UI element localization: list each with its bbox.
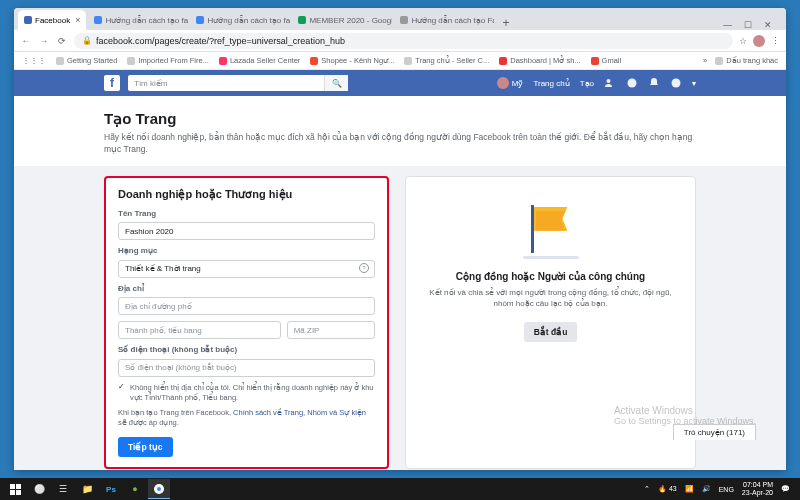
browser-tab[interactable]: Hướng dẫn cách tạo Fanpage× [394, 10, 494, 30]
nav-create[interactable]: Tạo [580, 79, 594, 88]
page-name-input[interactable] [118, 222, 375, 240]
tray-clock[interactable]: 07:04 PM 23-Apr-20 [742, 481, 773, 496]
friends-icon[interactable] [604, 77, 616, 89]
url-text: facebook.com/pages/create/?ref_type=univ… [96, 36, 345, 46]
browser-tab[interactable]: Facebook× [18, 10, 86, 30]
back-icon[interactable]: ← [20, 36, 32, 46]
profile-link[interactable]: Mỹ [497, 77, 524, 89]
help-icon[interactable]: ? [359, 263, 369, 273]
fb-search-input[interactable]: Tìm kiếm 🔍 [128, 75, 348, 91]
bookmark-item[interactable]: Imported From Fire... [127, 56, 208, 65]
street-input[interactable] [118, 297, 375, 315]
reload-icon[interactable]: ⟳ [56, 36, 68, 46]
policy-text: Khi bạn tạo Trang trên Facebook, Chính s… [118, 408, 375, 428]
bookmark-item[interactable]: Gmail [591, 56, 622, 65]
apps-icon[interactable]: ⋮⋮⋮ [22, 56, 46, 65]
svg-point-2 [672, 79, 681, 88]
bookmarks-overflow[interactable]: » Dấu trang khác [703, 56, 778, 65]
start-button[interactable]: Bắt đầu [524, 322, 578, 342]
browser-window: Facebook× Hướng dẫn cách tạo fanpage× Hư… [14, 8, 786, 470]
fb-header: f Tìm kiếm 🔍 Mỹ Trang chủ Tạo ▾ [14, 70, 786, 96]
community-title: Cộng đồng hoặc Người của công chúng [422, 271, 679, 282]
close-icon[interactable]: × [75, 15, 80, 25]
svg-point-4 [157, 487, 161, 491]
name-label: Tên Trang [118, 209, 375, 218]
page-content: f Tìm kiếm 🔍 Mỹ Trang chủ Tạo ▾ Tạo [14, 70, 786, 470]
search-icon[interactable]: 🔍 [324, 75, 348, 91]
taskbar: ⚪ ☰ 📁 Ps ● ⌃ 🔥 43 📶 🔊 ENG 07:04 PM 23-Ap… [0, 478, 800, 500]
svg-point-0 [607, 79, 611, 83]
hide-address-checkbox[interactable]: ✓ [118, 383, 126, 391]
zip-input[interactable] [287, 321, 375, 339]
app-icon[interactable]: ● [124, 479, 146, 499]
address-bar[interactable]: 🔒 facebook.com/pages/create/?ref_type=un… [74, 33, 733, 49]
notifications-icon[interactable] [648, 77, 660, 89]
bookmark-item[interactable]: Getting Started [56, 56, 117, 65]
star-icon[interactable]: ☆ [739, 36, 747, 46]
tray-chevron-icon[interactable]: ⌃ [644, 485, 650, 493]
minimize-icon[interactable]: — [723, 20, 732, 30]
photoshop-icon[interactable]: Ps [100, 479, 122, 499]
bookmark-item[interactable]: Dashboard | Mở sh... [499, 56, 580, 65]
bookmark-item[interactable]: Shopee - Kênh Ngư... [310, 56, 394, 65]
category-label: Hạng mục [118, 246, 375, 255]
dropdown-icon[interactable]: ▾ [692, 79, 696, 88]
bookmark-item[interactable]: Trang chủ - Seller C... [404, 56, 489, 65]
policy-link[interactable]: Chính sách về Trang, Nhóm và Sự kiện [233, 408, 366, 417]
task-view-icon[interactable]: ☰ [52, 479, 74, 499]
page-title: Tạo Trang [104, 110, 696, 128]
tray-volume-icon[interactable]: 🔊 [702, 485, 711, 493]
browser-tab[interactable]: Hướng dẫn cách tạo fanpage× [88, 10, 188, 30]
flag-icon [521, 199, 581, 259]
tray-temp[interactable]: 🔥 43 [658, 485, 677, 493]
help-icon[interactable] [670, 77, 682, 89]
tray-wifi-icon[interactable]: 📶 [685, 485, 694, 493]
browser-tab[interactable]: Hướng dẫn cách tạo fanpage× [190, 10, 290, 30]
bookmarks-bar: ⋮⋮⋮ Getting Started Imported From Fire..… [14, 52, 786, 70]
city-input[interactable] [118, 321, 281, 339]
continue-button[interactable]: Tiếp tục [118, 437, 173, 457]
windows-watermark: Activate Windows Go to Settings to activ… [614, 405, 756, 426]
chrome-icon[interactable] [148, 479, 170, 499]
file-explorer-icon[interactable]: 📁 [76, 479, 98, 499]
toolbar: ← → ⟳ 🔒 facebook.com/pages/create/?ref_t… [14, 30, 786, 52]
svg-point-1 [628, 79, 637, 88]
new-tab-button[interactable]: + [496, 16, 515, 30]
community-desc: Kết nối và chia sẻ với mọi người trong c… [422, 287, 679, 309]
search-icon[interactable]: ⚪ [28, 479, 50, 499]
menu-icon[interactable]: ⋮ [771, 36, 780, 46]
browser-tab[interactable]: MEMBER 2020 - Google Trang× [292, 10, 392, 30]
checkbox-label: Không hiển thị địa chỉ của tôi. Chỉ hiển… [130, 383, 375, 403]
tray-lang[interactable]: ENG [719, 486, 734, 493]
start-button[interactable] [4, 479, 26, 499]
page-subtitle: Hãy kết nối doanh nghiệp, bản thân hoặc … [104, 132, 696, 156]
messenger-icon[interactable] [626, 77, 638, 89]
nav-home[interactable]: Trang chủ [533, 79, 569, 88]
lock-icon: 🔒 [82, 36, 92, 45]
facebook-logo-icon[interactable]: f [104, 75, 120, 91]
tab-strip: Facebook× Hướng dẫn cách tạo fanpage× Hư… [14, 8, 786, 30]
chat-tab[interactable]: Trò chuyện (171) [673, 424, 756, 440]
bookmark-item[interactable]: Lazada Seller Center [219, 56, 300, 65]
business-card: Doanh nghiệp hoặc Thương hiệu Tên Trang … [104, 176, 389, 469]
address-label: Địa chỉ [118, 284, 375, 293]
forward-icon[interactable]: → [38, 36, 50, 46]
close-window-icon[interactable]: ✕ [764, 20, 772, 30]
maximize-icon[interactable]: ☐ [744, 20, 752, 30]
category-input[interactable] [118, 260, 375, 278]
tray-notifications-icon[interactable]: 💬 [781, 485, 790, 493]
phone-input[interactable] [118, 359, 375, 377]
profile-avatar[interactable] [753, 35, 765, 47]
phone-label: Số điện thoại (không bắt buộc) [118, 345, 375, 354]
card-title: Doanh nghiệp hoặc Thương hiệu [118, 188, 375, 201]
